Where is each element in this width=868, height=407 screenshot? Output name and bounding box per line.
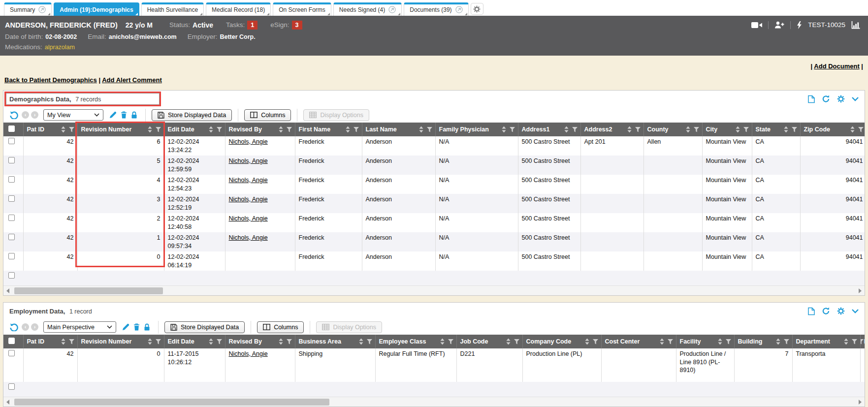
view-select[interactable]: My View: [43, 109, 103, 121]
gear-icon[interactable]: [837, 307, 845, 315]
row-checkbox[interactable]: [8, 350, 15, 356]
collapse-chevron-icon[interactable]: [852, 309, 859, 313]
select-all-header[interactable]: [3, 335, 23, 348]
sort-icon[interactable]: [209, 339, 213, 345]
tab-medical-record[interactable]: Medical Record (18): [206, 2, 271, 16]
column-header[interactable]: Revision Number: [77, 123, 164, 136]
column-header[interactable]: County: [643, 123, 702, 136]
filter-icon[interactable]: [851, 339, 858, 344]
filter-icon[interactable]: [68, 126, 75, 132]
column-header[interactable]: Zip Code: [800, 123, 865, 136]
filter-icon[interactable]: [592, 339, 599, 344]
row-checkbox[interactable]: [8, 215, 15, 221]
back-to-patient-demographics-link[interactable]: Back to Patient Demographics: [4, 76, 97, 84]
column-header[interactable]: Pat ID: [23, 123, 77, 136]
filter-icon[interactable]: [743, 126, 749, 132]
scroll-right-arrow[interactable]: [859, 400, 862, 405]
column-header[interactable]: Cost Center: [601, 335, 676, 348]
columns-button[interactable]: Columns: [257, 321, 304, 333]
sort-icon[interactable]: [419, 126, 423, 133]
sort-icon[interactable]: [209, 126, 213, 133]
row-checkbox[interactable]: [8, 383, 15, 390]
row-checkbox[interactable]: [8, 195, 15, 202]
row-checkbox[interactable]: [8, 138, 15, 144]
filter-icon[interactable]: [353, 126, 359, 132]
row-checkbox[interactable]: [8, 176, 15, 183]
prev-view-button[interactable]: ‹: [22, 323, 29, 331]
sort-icon[interactable]: [148, 126, 152, 133]
column-header[interactable]: Facility: [676, 335, 734, 348]
sort-icon[interactable]: [585, 339, 589, 345]
row-checkbox[interactable]: [8, 272, 15, 279]
sort-icon[interactable]: [61, 126, 65, 133]
sort-icon[interactable]: [627, 126, 632, 133]
filter-icon[interactable]: [860, 339, 864, 344]
sort-icon[interactable]: [686, 126, 690, 133]
delete-view-trash-icon[interactable]: [121, 111, 127, 119]
sort-icon[interactable]: [850, 126, 855, 133]
sort-icon[interactable]: [148, 339, 152, 345]
column-header[interactable]: City: [702, 123, 752, 136]
sort-icon[interactable]: [718, 339, 722, 345]
filter-icon[interactable]: [68, 339, 75, 344]
add-document-link[interactable]: Add Document: [814, 63, 859, 70]
sort-icon[interactable]: [279, 126, 283, 133]
store-displayed-data-button[interactable]: Store Displayed Data: [152, 109, 232, 121]
revised-by-link[interactable]: Nichols, Angie: [229, 138, 268, 145]
tab-settings-button[interactable]: [471, 3, 483, 15]
filter-icon[interactable]: [286, 339, 292, 344]
column-header[interactable]: Last Name: [362, 123, 435, 136]
lock-view-icon[interactable]: [131, 111, 137, 119]
scrollbar-thumb[interactable]: [14, 399, 329, 406]
filter-icon[interactable]: [791, 126, 798, 132]
sort-icon[interactable]: [346, 126, 350, 133]
column-header[interactable]: Business Area: [295, 335, 375, 348]
video-camera-icon[interactable]: [751, 22, 762, 29]
popout-icon[interactable]: [455, 6, 463, 13]
filter-icon[interactable]: [448, 339, 454, 344]
sort-icon[interactable]: [564, 126, 569, 133]
scroll-left-arrow[interactable]: [6, 288, 9, 293]
row-checkbox[interactable]: [8, 157, 15, 163]
column-header[interactable]: H: [860, 335, 865, 348]
select-all-header[interactable]: [3, 123, 23, 136]
sort-icon[interactable]: [506, 339, 511, 345]
filter-icon[interactable]: [216, 339, 223, 344]
edit-view-pencil-icon[interactable]: [122, 323, 129, 331]
filter-icon[interactable]: [216, 126, 223, 132]
store-displayed-data-button[interactable]: Store Displayed Data: [164, 321, 245, 333]
tab-health-surveillance[interactable]: Health Surveillance: [141, 2, 204, 16]
filter-icon[interactable]: [783, 339, 790, 344]
column-header[interactable]: First Name: [295, 123, 362, 136]
filter-icon[interactable]: [155, 339, 161, 344]
gear-icon[interactable]: [837, 95, 845, 103]
column-header[interactable]: Job Code: [456, 335, 522, 348]
sort-icon[interactable]: [736, 126, 740, 133]
column-header[interactable]: Revised By: [225, 335, 295, 348]
horizontal-scrollbar[interactable]: [3, 285, 865, 295]
new-document-icon[interactable]: [808, 95, 815, 103]
revised-by-link[interactable]: Nichols, Angie: [229, 215, 268, 222]
select-all-checkbox[interactable]: [8, 125, 15, 132]
refresh-icon[interactable]: [822, 95, 830, 103]
filter-icon[interactable]: [509, 126, 515, 132]
tab-needs-signed[interactable]: Needs Signed (4): [333, 2, 402, 16]
view-select[interactable]: Main Perspective: [43, 321, 116, 333]
add-alert-comment-link[interactable]: Add Alert Comment: [102, 76, 162, 84]
scrollbar-thumb[interactable]: [14, 287, 163, 294]
revised-by-link[interactable]: Nichols, Angie: [229, 350, 268, 357]
delete-view-trash-icon[interactable]: [133, 323, 140, 331]
sort-icon[interactable]: [359, 339, 363, 345]
filter-icon[interactable]: [426, 126, 433, 132]
esign-badge[interactable]: 3: [292, 21, 302, 30]
sort-icon[interactable]: [844, 339, 848, 345]
edit-view-pencil-icon[interactable]: [109, 111, 117, 119]
filter-icon[interactable]: [693, 126, 700, 132]
columns-button[interactable]: Columns: [244, 109, 291, 121]
sort-icon[interactable]: [660, 339, 664, 345]
column-header[interactable]: Company Code: [522, 335, 601, 348]
column-header[interactable]: Revised By: [225, 123, 295, 136]
popout-icon[interactable]: [388, 6, 396, 13]
filter-icon[interactable]: [858, 126, 864, 132]
column-header[interactable]: Family Physician: [435, 123, 518, 136]
